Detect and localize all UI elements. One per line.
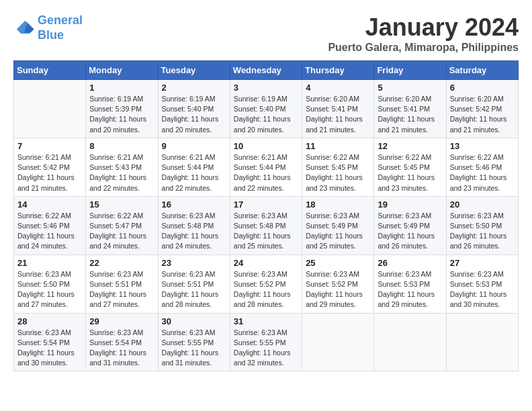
day-number: 5: [378, 83, 442, 93]
day-number: 23: [162, 258, 226, 268]
calendar-cell: 25Sunrise: 6:23 AMSunset: 5:52 PMDayligh…: [302, 255, 374, 313]
calendar-cell: 29Sunrise: 6:23 AMSunset: 5:54 PMDayligh…: [86, 313, 158, 371]
calendar-cell: 6Sunrise: 6:20 AMSunset: 5:42 PMDaylight…: [446, 80, 518, 138]
day-number: 8: [89, 141, 154, 151]
calendar-cell: 17Sunrise: 6:23 AMSunset: 5:48 PMDayligh…: [230, 196, 302, 255]
day-info: Sunrise: 6:19 AMSunset: 5:40 PMDaylight:…: [234, 94, 298, 135]
calendar-cell: [374, 313, 446, 371]
day-info: Sunrise: 6:23 AMSunset: 5:53 PMDaylight:…: [378, 269, 442, 310]
day-number: 20: [450, 199, 515, 210]
calendar-table: SundayMondayTuesdayWednesdayThursdayFrid…: [13, 60, 519, 371]
calendar-cell: 5Sunrise: 6:20 AMSunset: 5:41 PMDaylight…: [374, 80, 446, 138]
day-number: 6: [450, 83, 515, 93]
day-info: Sunrise: 6:23 AMSunset: 5:49 PMDaylight:…: [306, 211, 370, 252]
calendar-cell: 3Sunrise: 6:19 AMSunset: 5:40 PMDaylight…: [230, 80, 302, 138]
day-number: 1: [89, 83, 154, 93]
day-info: Sunrise: 6:23 AMSunset: 5:48 PMDaylight:…: [162, 211, 226, 252]
calendar-cell: 7Sunrise: 6:21 AMSunset: 5:42 PMDaylight…: [14, 138, 86, 196]
day-info: Sunrise: 6:23 AMSunset: 5:50 PMDaylight:…: [450, 211, 515, 252]
day-info: Sunrise: 6:19 AMSunset: 5:40 PMDaylight:…: [162, 94, 226, 135]
day-number: 16: [162, 199, 226, 210]
day-info: Sunrise: 6:23 AMSunset: 5:51 PMDaylight:…: [162, 269, 226, 310]
day-number: 30: [162, 316, 226, 326]
calendar-cell: 4Sunrise: 6:20 AMSunset: 5:41 PMDaylight…: [302, 80, 374, 138]
day-number: 18: [306, 199, 370, 210]
calendar-week-row: 14Sunrise: 6:22 AMSunset: 5:46 PMDayligh…: [14, 196, 519, 255]
weekday-header-wednesday: Wednesday: [230, 61, 302, 80]
day-info: Sunrise: 6:20 AMSunset: 5:42 PMDaylight:…: [450, 94, 515, 135]
calendar-cell: 26Sunrise: 6:23 AMSunset: 5:53 PMDayligh…: [374, 255, 446, 313]
day-info: Sunrise: 6:23 AMSunset: 5:54 PMDaylight:…: [89, 328, 154, 369]
calendar-cell: 21Sunrise: 6:23 AMSunset: 5:50 PMDayligh…: [14, 255, 86, 313]
calendar-cell: 10Sunrise: 6:21 AMSunset: 5:44 PMDayligh…: [230, 138, 302, 196]
day-number: 28: [17, 316, 82, 326]
weekday-header-thursday: Thursday: [302, 61, 374, 80]
day-info: Sunrise: 6:23 AMSunset: 5:52 PMDaylight:…: [234, 269, 298, 310]
calendar-week-row: 21Sunrise: 6:23 AMSunset: 5:50 PMDayligh…: [14, 255, 519, 313]
day-info: Sunrise: 6:21 AMSunset: 5:44 PMDaylight:…: [234, 152, 298, 193]
day-info: Sunrise: 6:22 AMSunset: 5:47 PMDaylight:…: [89, 211, 154, 252]
calendar-cell: 14Sunrise: 6:22 AMSunset: 5:46 PMDayligh…: [14, 196, 86, 255]
day-info: Sunrise: 6:19 AMSunset: 5:39 PMDaylight:…: [89, 94, 154, 135]
day-number: 21: [17, 258, 82, 268]
day-info: Sunrise: 6:20 AMSunset: 5:41 PMDaylight:…: [306, 94, 370, 135]
day-info: Sunrise: 6:23 AMSunset: 5:55 PMDaylight:…: [162, 328, 226, 369]
day-info: Sunrise: 6:22 AMSunset: 5:46 PMDaylight:…: [17, 211, 82, 252]
day-info: Sunrise: 6:23 AMSunset: 5:49 PMDaylight:…: [378, 211, 442, 252]
day-info: Sunrise: 6:20 AMSunset: 5:41 PMDaylight:…: [378, 94, 442, 135]
day-info: Sunrise: 6:23 AMSunset: 5:50 PMDaylight:…: [17, 269, 82, 310]
day-number: 14: [17, 199, 82, 210]
day-number: 10: [234, 141, 298, 151]
page-header: General Blue January 2024 Puerto Galera,…: [13, 13, 519, 54]
day-number: 31: [234, 316, 298, 326]
day-number: 24: [234, 258, 298, 268]
calendar-week-row: 7Sunrise: 6:21 AMSunset: 5:42 PMDaylight…: [14, 138, 519, 196]
calendar-cell: 1Sunrise: 6:19 AMSunset: 5:39 PMDaylight…: [86, 80, 158, 138]
day-number: 2: [162, 83, 226, 93]
calendar-cell: 9Sunrise: 6:21 AMSunset: 5:44 PMDaylight…: [158, 138, 230, 196]
calendar-body: 1Sunrise: 6:19 AMSunset: 5:39 PMDaylight…: [14, 80, 519, 371]
location-title: Puerto Galera, Mimaropa, Philippines: [328, 42, 519, 54]
calendar-cell: 11Sunrise: 6:22 AMSunset: 5:45 PMDayligh…: [302, 138, 374, 196]
day-number: 12: [378, 141, 442, 151]
calendar-cell: 31Sunrise: 6:23 AMSunset: 5:55 PMDayligh…: [230, 313, 302, 371]
calendar-cell: 20Sunrise: 6:23 AMSunset: 5:50 PMDayligh…: [446, 196, 518, 255]
day-number: 26: [378, 258, 442, 268]
calendar-week-row: 28Sunrise: 6:23 AMSunset: 5:54 PMDayligh…: [14, 313, 519, 371]
weekday-header-monday: Monday: [86, 61, 158, 80]
weekday-header-friday: Friday: [374, 61, 446, 80]
day-number: 13: [450, 141, 515, 151]
calendar-cell: 24Sunrise: 6:23 AMSunset: 5:52 PMDayligh…: [230, 255, 302, 313]
day-info: Sunrise: 6:21 AMSunset: 5:42 PMDaylight:…: [17, 152, 82, 193]
day-number: 7: [17, 141, 82, 151]
day-number: 22: [89, 258, 154, 268]
weekday-header-tuesday: Tuesday: [158, 61, 230, 80]
day-info: Sunrise: 6:23 AMSunset: 5:48 PMDaylight:…: [234, 211, 298, 252]
calendar-cell: 18Sunrise: 6:23 AMSunset: 5:49 PMDayligh…: [302, 196, 374, 255]
calendar-cell: 2Sunrise: 6:19 AMSunset: 5:40 PMDaylight…: [158, 80, 230, 138]
title-block: January 2024 Puerto Galera, Mimaropa, Ph…: [328, 13, 519, 54]
day-number: 11: [306, 141, 370, 151]
day-info: Sunrise: 6:23 AMSunset: 5:51 PMDaylight:…: [89, 269, 154, 310]
day-info: Sunrise: 6:23 AMSunset: 5:55 PMDaylight:…: [234, 328, 298, 369]
calendar-cell: 13Sunrise: 6:22 AMSunset: 5:46 PMDayligh…: [446, 138, 518, 196]
weekday-header-saturday: Saturday: [446, 61, 518, 80]
calendar-cell: [14, 80, 86, 138]
calendar-cell: 22Sunrise: 6:23 AMSunset: 5:51 PMDayligh…: [86, 255, 158, 313]
calendar-cell: 30Sunrise: 6:23 AMSunset: 5:55 PMDayligh…: [158, 313, 230, 371]
month-title: January 2024: [328, 13, 519, 42]
day-info: Sunrise: 6:22 AMSunset: 5:45 PMDaylight:…: [306, 152, 370, 193]
day-number: 3: [234, 83, 298, 93]
day-info: Sunrise: 6:23 AMSunset: 5:54 PMDaylight:…: [17, 328, 82, 369]
day-info: Sunrise: 6:21 AMSunset: 5:43 PMDaylight:…: [89, 152, 154, 193]
day-number: 25: [306, 258, 370, 268]
calendar-week-row: 1Sunrise: 6:19 AMSunset: 5:39 PMDaylight…: [14, 80, 519, 138]
day-info: Sunrise: 6:23 AMSunset: 5:53 PMDaylight:…: [450, 269, 515, 310]
day-info: Sunrise: 6:21 AMSunset: 5:44 PMDaylight:…: [162, 152, 226, 193]
day-number: 29: [89, 316, 154, 326]
calendar-cell: [446, 313, 518, 371]
day-number: 17: [234, 199, 298, 210]
day-number: 19: [378, 199, 442, 210]
calendar-cell: 23Sunrise: 6:23 AMSunset: 5:51 PMDayligh…: [158, 255, 230, 313]
calendar-cell: 28Sunrise: 6:23 AMSunset: 5:54 PMDayligh…: [14, 313, 86, 371]
